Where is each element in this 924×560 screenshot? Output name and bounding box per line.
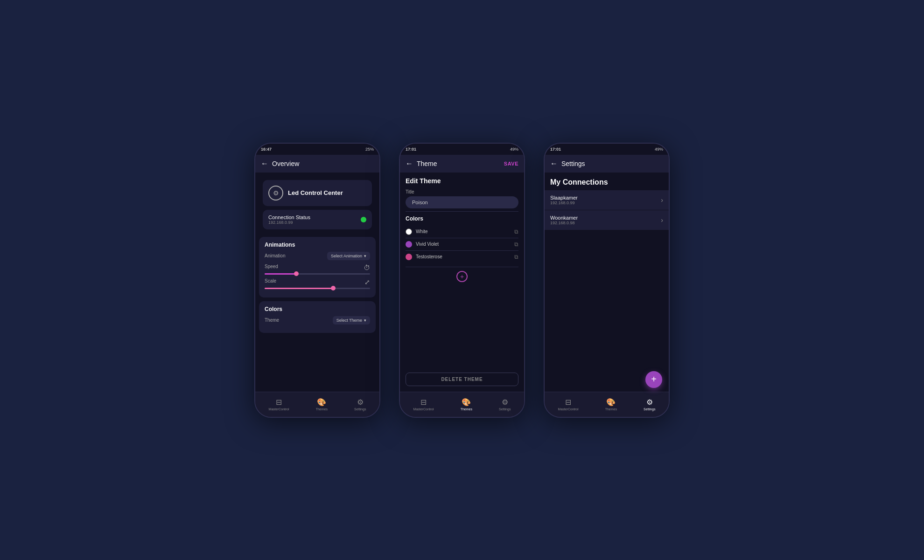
connection-ip: 192.168.0.99 [268, 220, 310, 225]
connection-woonkamer[interactable]: Woonkamer 192.168.0.98 › [545, 210, 669, 230]
scale-label-row: Scale ⤢ [265, 278, 370, 286]
title-input[interactable]: Poison [406, 196, 518, 208]
add-color-button[interactable]: + [456, 271, 468, 282]
back-button-2[interactable]: ← [406, 159, 413, 168]
edit-theme-title: Edit Theme [406, 177, 518, 185]
select-animation-button[interactable]: Select Animation ▾ [327, 252, 370, 260]
status-icons-3: 49% [655, 147, 663, 152]
speed-icon[interactable]: ⏱ [364, 264, 370, 271]
woonkamer-name: Woonkamer [550, 215, 578, 221]
slaapkamer-ip: 192.168.0.99 [550, 200, 578, 205]
themes-icon-2: 🎨 [462, 398, 471, 407]
notch-2 [458, 145, 466, 154]
color-item-testosterose[interactable]: Testosterose ⧉ [406, 251, 518, 263]
color-left-violet: Vivid Violet [406, 241, 439, 248]
phone-overview: 16:47 25% ← Overview ⚙ Led Control Cente… [254, 143, 380, 418]
animation-row: Animation Select Animation ▾ [265, 252, 370, 260]
dropdown-chevron-icon: ▾ [364, 254, 366, 258]
theme-label: Theme [265, 318, 279, 323]
slaapkamer-info: Slaapkamer 192.168.0.99 [550, 195, 578, 205]
settings-icon-3: ⚙ [646, 398, 653, 407]
add-icon: + [460, 273, 464, 280]
white-copy-icon[interactable]: ⧉ [514, 228, 518, 235]
bottom-nav-3: ⊟ MasterControl 🎨 Themes ⚙ Settings [545, 392, 669, 417]
status-bar-1: 16:47 25% [255, 144, 379, 155]
spacer [400, 286, 524, 371]
screen-overview: ⚙ Led Control Center Connection Status 1… [255, 173, 379, 392]
top-nav-2: ← Theme SAVE [400, 155, 524, 173]
settings-label-3: Settings [644, 408, 655, 411]
themes-icon-1: 🎨 [317, 398, 326, 407]
nav-mastercontrol-3[interactable]: ⊟ MasterControl [558, 398, 579, 411]
scale-label: Scale [265, 278, 276, 286]
battery-1: 25% [365, 147, 374, 152]
testosterose-copy-icon[interactable]: ⧉ [514, 254, 518, 260]
nav-themes-2[interactable]: 🎨 Themes [461, 398, 472, 411]
nav-mastercontrol-2[interactable]: ⊟ MasterControl [413, 398, 434, 411]
settings-label-2: Settings [499, 408, 511, 411]
status-bar-3: 17:01 49% [545, 144, 669, 155]
save-button[interactable]: SAVE [504, 161, 518, 166]
status-bar-2: 17:01 49% [400, 144, 524, 155]
colors-section: Colors Theme Select Theme ▾ [259, 301, 376, 333]
status-time-3: 17:01 [550, 147, 561, 152]
nav-settings-1[interactable]: ⚙ Settings [354, 398, 366, 411]
nav-settings-3[interactable]: ⚙ Settings [644, 398, 655, 411]
top-nav-1: ← Overview [255, 155, 379, 173]
phone-theme: 17:01 49% ← Theme SAVE Edit Theme Title … [399, 143, 525, 418]
settings-title-section: My Connections [545, 173, 669, 190]
top-nav-3: ← Settings [545, 155, 669, 173]
title-label: Title [406, 189, 518, 194]
color-item-white[interactable]: White ⧉ [406, 226, 518, 238]
gear-icon: ⚙ [268, 186, 283, 200]
add-color-row: + [400, 267, 524, 286]
page-title-1: Overview [272, 160, 374, 167]
nav-themes-3[interactable]: 🎨 Themes [605, 398, 617, 411]
status-icons-1: 25% [365, 147, 374, 152]
phone-settings: 17:01 49% ← Settings My Connections Slaa… [544, 143, 670, 418]
violet-copy-icon[interactable]: ⧉ [514, 241, 518, 248]
speed-slider-thumb[interactable] [294, 271, 299, 276]
white-color-name: White [416, 229, 428, 234]
white-color-dot [406, 228, 412, 235]
animation-label: Animation [265, 253, 285, 258]
logo-section: ⚙ Led Control Center [263, 180, 372, 206]
speed-slider-fill [265, 273, 296, 275]
edit-theme-section: Edit Theme Title Poison [400, 173, 524, 211]
theme-dropdown-chevron: ▾ [364, 318, 366, 323]
speed-label: Speed [265, 264, 278, 271]
select-theme-button[interactable]: Select Theme ▾ [333, 316, 370, 325]
nav-settings-2[interactable]: ⚙ Settings [499, 398, 511, 411]
mastercontrol-label-2: MasterControl [413, 408, 434, 411]
themes-label-3: Themes [605, 408, 617, 411]
battery-2: 49% [510, 147, 518, 152]
connection-slaapkamer[interactable]: Slaapkamer 192.168.0.99 › [545, 190, 669, 210]
delete-theme-button[interactable]: DELETE THEME [406, 373, 518, 386]
violet-color-name: Vivid Violet [416, 242, 439, 247]
scale-row: Scale ⤢ [265, 278, 370, 289]
bottom-nav-2: ⊟ MasterControl 🎨 Themes ⚙ Settings [400, 392, 524, 417]
scale-slider-thumb[interactable] [331, 286, 336, 290]
screen-settings: My Connections Slaapkamer 192.168.0.99 ›… [545, 173, 669, 392]
status-time-2: 17:01 [406, 147, 416, 152]
nav-themes-1[interactable]: 🎨 Themes [316, 398, 328, 411]
select-animation-label: Select Animation [331, 254, 362, 258]
status-icons-2: 49% [510, 147, 518, 152]
mastercontrol-icon-3: ⊟ [565, 398, 571, 407]
scale-slider-track[interactable] [265, 288, 370, 289]
settings-icon-2: ⚙ [502, 398, 508, 407]
speed-slider-track[interactable] [265, 273, 370, 275]
scale-icon[interactable]: ⤢ [364, 278, 370, 286]
select-theme-label: Select Theme [336, 318, 362, 323]
add-connection-fab[interactable]: + [645, 371, 662, 388]
connection-section: Connection Status 192.168.0.99 [263, 210, 372, 229]
back-button-1[interactable]: ← [261, 159, 268, 168]
woonkamer-info: Woonkamer 192.168.0.98 [550, 215, 578, 225]
settings-label-1: Settings [354, 408, 366, 411]
nav-mastercontrol-1[interactable]: ⊟ MasterControl [269, 398, 289, 411]
color-item-violet[interactable]: Vivid Violet ⧉ [406, 238, 518, 251]
page-title-3: Settings [561, 160, 663, 167]
animations-title: Animations [265, 242, 370, 248]
settings-icon-1: ⚙ [357, 398, 364, 407]
back-button-3[interactable]: ← [550, 159, 558, 168]
